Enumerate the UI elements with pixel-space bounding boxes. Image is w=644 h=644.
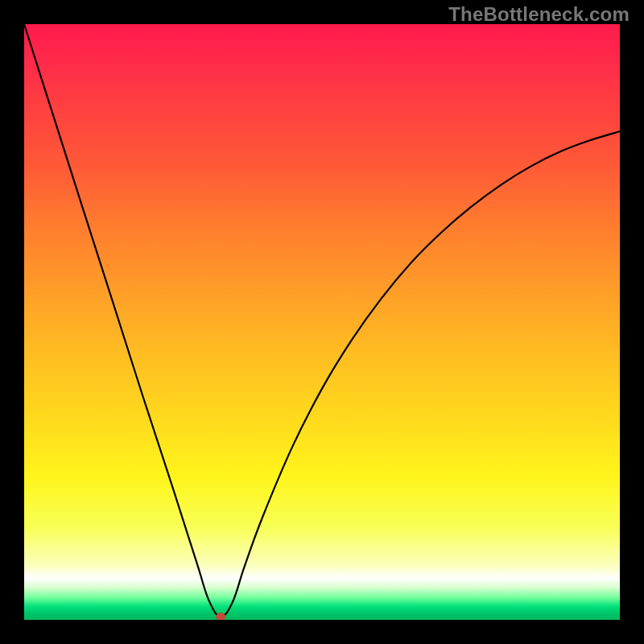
minimum-marker — [216, 613, 225, 620]
chart-svg — [24, 24, 620, 620]
bottleneck-curve — [24, 24, 620, 617]
chart-container: TheBottleneck.com — [0, 0, 644, 644]
watermark-text: TheBottleneck.com — [448, 3, 630, 26]
plot-area — [24, 24, 620, 620]
